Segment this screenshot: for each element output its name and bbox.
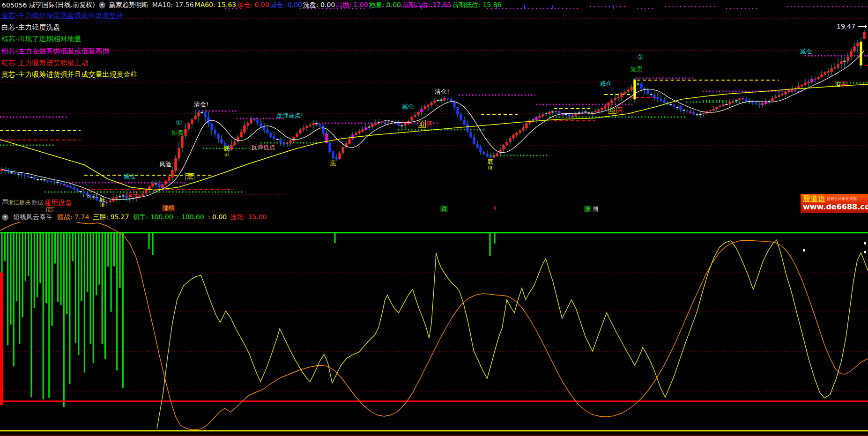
candle-body — [142, 194, 144, 196]
candle-body — [673, 105, 675, 107]
header-field: MA10: 17.56 — [152, 1, 194, 8]
candle-body — [427, 105, 430, 107]
ticker-item[interactable]: 跌 — [440, 206, 448, 212]
watermark-ad: 股道边 指标公式量化资源 www.de6688.com — [801, 194, 868, 213]
candle-body — [139, 196, 141, 197]
candle-body — [17, 174, 20, 174]
candle-body — [391, 121, 393, 122]
candle-body — [712, 109, 715, 110]
candle-body — [631, 87, 633, 90]
candle-body — [657, 97, 659, 98]
candle-body — [260, 123, 262, 127]
candle-body — [116, 197, 118, 198]
candle-body — [460, 114, 462, 120]
candle-body — [306, 126, 308, 128]
candle-body — [316, 124, 318, 124]
chart-annotation: 追买 — [608, 107, 623, 113]
candle-body — [430, 103, 433, 105]
candle-body — [522, 127, 525, 130]
chart-annotation: ① — [176, 120, 182, 126]
chart-annotation: 减仓 — [800, 48, 812, 54]
candle-body — [230, 145, 233, 149]
candle-body — [365, 127, 367, 130]
sub-indicator-field: : 0.00 — [208, 213, 227, 221]
trading-app-window: 605056 咸亨国际(日线.前复权) ▾ 赢家趋势明断 MA10: 17.56… — [0, 0, 868, 436]
chart-annotation: 底 — [185, 173, 194, 180]
ticker-item[interactable]: 潮 — [592, 206, 599, 212]
candle-body — [552, 111, 554, 112]
candle-body — [617, 97, 620, 98]
volume-bar-red — [0, 273, 3, 405]
candle-body — [726, 104, 728, 105]
candle-body — [198, 113, 200, 117]
candle-body — [732, 102, 734, 103]
sub-indicator-field: 三胖: 95.27 — [93, 213, 129, 222]
candle-body — [263, 127, 266, 130]
ticker-item[interactable]: ŝ — [492, 205, 497, 212]
candle-body — [739, 99, 741, 100]
chart-annotation: 减仓 — [402, 103, 414, 110]
candle-body — [375, 123, 377, 125]
candle-body — [526, 123, 528, 128]
candle-body — [414, 115, 416, 117]
candle-body — [57, 182, 59, 183]
candle-body — [571, 116, 574, 117]
collapse-sub-indicator-icon[interactable]: ▾ — [2, 214, 8, 221]
candle-body — [863, 32, 866, 39]
candle-body — [719, 106, 721, 107]
header-field: 前期高位: 17.65 — [402, 1, 451, 9]
candle-body — [286, 143, 289, 144]
candle-body — [493, 156, 495, 157]
candle-body — [591, 112, 594, 113]
stock-code: 605056 — [2, 1, 27, 9]
candle-body — [303, 128, 305, 129]
candle-body — [401, 126, 403, 126]
candle-body — [221, 139, 223, 143]
candle-body — [165, 181, 167, 185]
sub-indicator-field: 體战: 7.74 — [57, 213, 89, 222]
candle-body — [808, 82, 810, 83]
candle-body — [244, 126, 246, 133]
header-field: 高抛: 1.00 — [336, 1, 368, 9]
candle-body — [486, 154, 489, 156]
watermark-tagline: 指标公式量化资源 — [827, 197, 857, 201]
indicator-values: MA10: 17.56MA60: 15.63加仓: 0.00减仓: 0.00洗盘… — [152, 1, 503, 9]
chart-annotation: 风险 — [159, 161, 171, 167]
candle-body — [349, 139, 351, 143]
candle-body — [358, 131, 361, 133]
candle-body — [752, 102, 754, 103]
header-field: MA60: 15.63 — [195, 1, 237, 8]
candle-body — [322, 126, 325, 134]
candle-body — [21, 174, 23, 175]
candle-body — [388, 121, 390, 121]
candle-body — [234, 142, 236, 145]
ticker-item[interactable]: 涨 — [584, 206, 591, 212]
candle-body — [276, 139, 279, 140]
candle-body — [778, 95, 780, 97]
candle-body — [680, 106, 682, 110]
candle-body — [247, 123, 249, 126]
candle-body — [637, 84, 639, 84]
candle-body — [152, 184, 154, 186]
candle-body — [476, 144, 479, 148]
ticker-item[interactable]: 数据 — [31, 199, 44, 206]
candle-body — [611, 100, 613, 103]
candle-body — [709, 110, 712, 111]
candle-body — [768, 101, 771, 101]
collapse-main-indicator-icon[interactable]: ▾ — [99, 2, 105, 8]
candle-body — [188, 124, 190, 129]
ticker-item[interactable]: 涨榜 — [162, 205, 175, 211]
chart-annotation: 清仓! — [435, 89, 449, 95]
chart-annotation: 底④ — [223, 146, 230, 157]
candle-body — [467, 124, 469, 132]
chart-annotation: 反弹低点 — [251, 144, 275, 150]
candle-body — [378, 122, 380, 123]
candle-body — [60, 183, 62, 184]
candle-body — [772, 98, 774, 101]
candle-body — [371, 124, 374, 126]
candle-body — [729, 102, 731, 104]
chart-annotation: 短卖 — [631, 66, 643, 72]
candle-body — [335, 157, 338, 159]
ticker-item[interactable]: 通用设备 — [43, 200, 73, 206]
ticker-item[interactable]: 浙江板块 — [7, 199, 31, 206]
